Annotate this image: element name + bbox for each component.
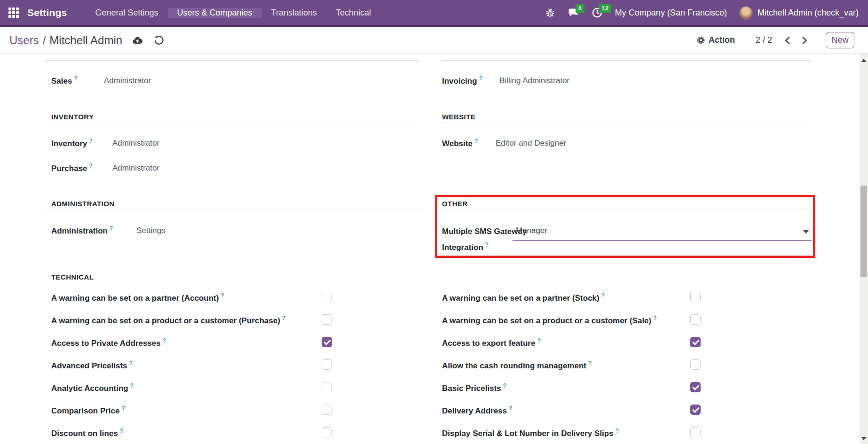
checkbox[interactable] — [322, 405, 332, 415]
technical-row: A warning can be set on a product or a c… — [442, 314, 705, 337]
activities-count-badge: 12 — [599, 4, 611, 13]
checkbox-label: A warning can be set on a partner (Accou… — [51, 292, 224, 303]
chevron-down-icon[interactable] — [803, 230, 809, 234]
checkbox-label: Access to export feature? — [442, 337, 541, 348]
checkbox[interactable] — [322, 337, 332, 347]
sales-field-value[interactable]: Administrator — [104, 76, 151, 86]
help-icon[interactable]: ? — [588, 360, 592, 366]
website-field-value[interactable]: Editor and Designer — [496, 139, 566, 148]
user-menu[interactable]: Mitchell Admin (check_var) — [739, 6, 859, 20]
invoicing-field-value[interactable]: Billing Administrator — [499, 76, 569, 86]
help-icon[interactable]: ? — [110, 225, 113, 232]
help-icon[interactable]: ? — [653, 315, 656, 321]
pager-value: 2 / 2 — [756, 35, 772, 45]
technical-row: Advanced Pricelists? — [51, 359, 343, 382]
checkbox[interactable] — [322, 292, 332, 302]
technical-row: Access to export feature? — [442, 337, 705, 359]
sms-gateway-select-underline — [513, 240, 812, 241]
help-icon[interactable]: ? — [503, 382, 506, 389]
scroll-down-arrow[interactable] — [860, 435, 868, 442]
technical-row: Discount on lines? — [51, 427, 343, 444]
help-icon[interactable]: ? — [129, 360, 133, 366]
checkbox[interactable] — [690, 427, 701, 437]
checkbox[interactable] — [690, 337, 701, 347]
record-status-icons — [132, 35, 165, 46]
menu-item[interactable]: Translations — [262, 8, 326, 18]
sms-gateway-select[interactable]: Manager — [516, 226, 547, 235]
checkbox[interactable] — [322, 382, 332, 392]
messages-icon[interactable]: 4 — [568, 7, 579, 18]
scroll-up-arrow[interactable] — [860, 56, 868, 64]
help-icon[interactable]: ? — [282, 315, 285, 321]
administration-field-value[interactable]: Settings — [136, 226, 165, 235]
purchase-field-label: Purchase? — [51, 163, 93, 173]
help-icon[interactable]: ? — [163, 337, 166, 344]
checkbox[interactable] — [690, 382, 701, 392]
inventory-field-value[interactable]: Administrator — [112, 139, 159, 148]
pager-previous-icon[interactable] — [782, 35, 793, 46]
help-icon[interactable]: ? — [474, 138, 478, 144]
help-icon[interactable]: ? — [120, 428, 123, 434]
checkbox[interactable] — [690, 292, 701, 302]
technical-section-underline — [44, 283, 845, 283]
help-icon[interactable]: ? — [537, 337, 540, 344]
help-icon[interactable]: ? — [122, 405, 125, 412]
technical-row: A warning can be set on a product or a c… — [51, 314, 343, 337]
menu-item[interactable]: Technical — [326, 8, 380, 18]
checkbox-label: Advanced Pricelists? — [51, 360, 133, 371]
scrollbar-thumb[interactable] — [860, 186, 867, 277]
checkbox[interactable] — [322, 359, 332, 370]
messages-count-badge: 4 — [576, 4, 584, 13]
menu-item[interactable]: General Settings — [86, 8, 167, 18]
website-section-title: WEBSITE — [442, 113, 475, 121]
navbar-left: Settings General Settings Users & Compan… — [0, 0, 380, 25]
help-icon[interactable]: ? — [89, 163, 93, 169]
checkbox-label: Allow the cash rounding management? — [442, 360, 592, 371]
user-avatar[interactable] — [739, 6, 753, 20]
inventory-section-underline — [44, 123, 420, 123]
help-icon[interactable]: ? — [615, 428, 619, 434]
website-field-label: Website? — [442, 138, 478, 148]
technical-section-title: TECHNICAL — [51, 273, 94, 281]
pager-next-icon[interactable] — [799, 35, 810, 46]
checkbox[interactable] — [690, 359, 701, 370]
save-cloud-icon[interactable] — [132, 35, 143, 46]
help-icon[interactable]: ? — [479, 75, 482, 82]
form-sheet: Sales? Administrator Invoicing? Billing … — [0, 54, 868, 444]
apps-grid-icon[interactable] — [8, 8, 19, 18]
inventory-field-label: Inventory? — [51, 138, 93, 148]
checkbox[interactable] — [690, 314, 701, 325]
activities-clock-icon[interactable]: 12 — [592, 7, 603, 18]
help-icon[interactable]: ? — [221, 292, 224, 299]
debug-bug-icon[interactable] — [544, 7, 556, 18]
breadcrumb: Users/Mitchell Admin — [9, 34, 122, 47]
checkbox[interactable] — [690, 405, 701, 415]
breadcrumb-separator: / — [39, 34, 50, 47]
help-icon[interactable]: ? — [485, 241, 489, 248]
discard-refresh-icon[interactable] — [153, 35, 165, 46]
gear-icon — [696, 36, 705, 45]
help-icon[interactable]: ? — [509, 405, 512, 412]
action-menu-button[interactable]: Action — [696, 35, 735, 45]
checkbox[interactable] — [322, 427, 332, 437]
inventory-section-title: INVENTORY — [51, 113, 94, 121]
app-title[interactable]: Settings — [27, 7, 67, 18]
company-switcher[interactable]: My Company (San Francisco) — [615, 8, 727, 18]
technical-row: A warning can be set on a partner (Accou… — [51, 292, 343, 314]
help-icon[interactable]: ? — [74, 75, 77, 82]
user-name: Mitchell Admin (check_var) — [758, 8, 859, 18]
purchase-field-value[interactable]: Administrator — [112, 164, 159, 173]
technical-row: Allow the cash rounding management? — [442, 359, 705, 382]
breadcrumb-users-link[interactable]: Users — [9, 34, 39, 47]
checkbox[interactable] — [322, 314, 332, 325]
menu-item[interactable]: Users & Companies — [168, 8, 262, 18]
help-icon[interactable]: ? — [130, 382, 134, 389]
vertical-scrollbar[interactable] — [860, 54, 868, 444]
new-button[interactable]: New — [826, 32, 854, 48]
help-icon[interactable]: ? — [89, 138, 93, 144]
sales-field-label: Sales? — [51, 75, 78, 86]
help-icon[interactable]: ? — [601, 292, 605, 299]
checkbox-label: A warning can be set on a partner (Stock… — [442, 292, 605, 303]
right-top-divider — [441, 60, 812, 61]
technical-right-column: A warning can be set on a partner (Stock… — [442, 292, 705, 444]
